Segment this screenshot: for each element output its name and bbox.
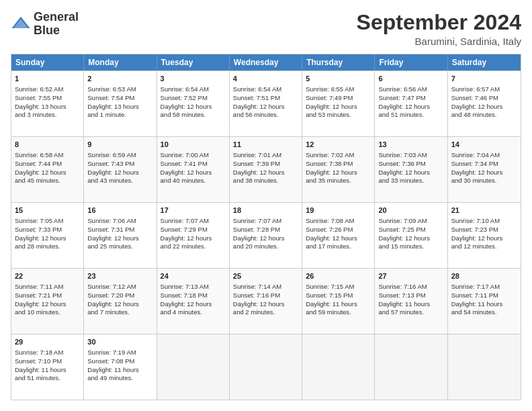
day-info-line: Daylight: 11 hours — [451, 300, 517, 309]
week-row-4: 22Sunrise: 7:11 AMSunset: 7:21 PMDayligh… — [11, 268, 521, 334]
cal-cell: 5Sunrise: 6:55 AMSunset: 7:49 PMDaylight… — [302, 71, 375, 136]
day-info-line: Daylight: 12 hours — [87, 300, 152, 309]
header-friday: Friday — [375, 54, 447, 71]
day-info-line: Sunset: 7:25 PM — [378, 226, 443, 234]
logo-text: General Blue — [34, 11, 79, 38]
week-row-1: 1Sunrise: 6:52 AMSunset: 7:55 PMDaylight… — [11, 71, 521, 136]
day-info-line: and 40 minutes. — [161, 177, 226, 185]
day-info-line: Sunrise: 7:17 AM — [451, 283, 517, 291]
logo-icon — [11, 14, 31, 34]
day-info-line: and 15 minutes. — [378, 242, 443, 251]
day-info-line: Sunrise: 6:52 AM — [15, 85, 80, 94]
header-wednesday: Wednesday — [230, 54, 302, 71]
day-number: 21 — [451, 205, 517, 216]
day-info-line: Sunrise: 6:58 AM — [15, 151, 80, 160]
day-info-line: and 35 minutes. — [306, 177, 371, 185]
day-info-line: and 3 minutes. — [15, 111, 80, 120]
day-number: 8 — [15, 140, 80, 150]
cal-cell: 4Sunrise: 6:54 AMSunset: 7:51 PMDaylight… — [230, 71, 302, 136]
day-info-line: Sunset: 7:31 PM — [87, 226, 152, 234]
day-info-line: Daylight: 12 hours — [15, 300, 80, 309]
day-info-line: Daylight: 12 hours — [378, 103, 443, 111]
day-info-line: Sunset: 7:18 PM — [161, 291, 226, 300]
day-info-line: Sunset: 7:10 PM — [15, 357, 80, 366]
day-info-line: Daylight: 13 hours — [15, 103, 80, 111]
day-info-line: Sunset: 7:33 PM — [15, 226, 80, 234]
day-number: 9 — [87, 140, 152, 150]
day-info-line: Sunrise: 6:53 AM — [87, 85, 152, 94]
day-info-line: Sunset: 7:08 PM — [87, 357, 152, 366]
day-number: 14 — [451, 140, 517, 150]
day-info-line: Sunset: 7:13 PM — [378, 291, 443, 300]
day-number: 29 — [15, 337, 80, 347]
day-info-line: Daylight: 12 hours — [306, 234, 371, 243]
day-info-line: Sunset: 7:41 PM — [161, 160, 226, 169]
day-info-line: and 1 minute. — [87, 111, 152, 120]
day-info-line: Sunset: 7:38 PM — [306, 160, 371, 169]
day-number: 3 — [161, 74, 226, 84]
header-monday: Monday — [84, 54, 157, 71]
day-info-line: Daylight: 12 hours — [378, 234, 443, 243]
day-info-line: Sunrise: 7:05 AM — [15, 217, 80, 226]
day-info-line: Daylight: 12 hours — [233, 169, 298, 177]
cal-cell — [375, 334, 447, 400]
day-info-line: Sunrise: 7:06 AM — [87, 217, 152, 226]
day-info-line: Sunset: 7:49 PM — [306, 94, 371, 103]
header-saturday: Saturday — [448, 54, 521, 71]
day-info-line: Sunset: 7:16 PM — [233, 291, 298, 300]
cal-cell: 19Sunrise: 7:08 AMSunset: 7:26 PMDayligh… — [302, 203, 375, 268]
day-info-line: Sunrise: 7:02 AM — [306, 151, 371, 160]
cal-cell: 11Sunrise: 7:01 AMSunset: 7:39 PMDayligh… — [230, 137, 302, 202]
cal-cell: 25Sunrise: 7:14 AMSunset: 7:16 PMDayligh… — [230, 269, 302, 334]
day-info-line: Sunset: 7:21 PM — [15, 291, 80, 300]
day-info-line: Daylight: 12 hours — [306, 103, 371, 111]
cal-cell: 7Sunrise: 6:57 AMSunset: 7:46 PMDaylight… — [448, 71, 521, 136]
day-info-line: and 2 minutes. — [233, 308, 298, 317]
cal-cell: 30Sunrise: 7:19 AMSunset: 7:08 PMDayligh… — [84, 334, 157, 400]
day-info-line: and 54 minutes. — [451, 308, 517, 317]
cal-cell: 15Sunrise: 7:05 AMSunset: 7:33 PMDayligh… — [11, 203, 84, 268]
header: General Blue September 2024 Barumini, Sa… — [11, 11, 521, 47]
day-info-line: Sunrise: 6:59 AM — [87, 151, 152, 160]
day-info-line: Sunset: 7:51 PM — [233, 94, 298, 103]
day-info-line: and 51 minutes. — [15, 374, 80, 383]
day-info-line: and 22 minutes. — [161, 242, 226, 251]
day-info-line: Sunrise: 7:18 AM — [15, 349, 80, 357]
cal-cell: 13Sunrise: 7:03 AMSunset: 7:36 PMDayligh… — [375, 137, 447, 202]
day-info-line: and 56 minutes. — [233, 111, 298, 120]
day-info-line: and 48 minutes. — [451, 111, 517, 120]
day-number: 23 — [87, 271, 152, 281]
day-info-line: Sunrise: 7:01 AM — [233, 151, 298, 160]
day-info-line: Sunrise: 7:11 AM — [15, 283, 80, 291]
day-number: 18 — [233, 205, 298, 216]
day-info-line: Sunset: 7:34 PM — [451, 160, 517, 169]
day-number: 15 — [15, 205, 80, 216]
week-row-3: 15Sunrise: 7:05 AMSunset: 7:33 PMDayligh… — [11, 202, 521, 268]
day-info-line: and 30 minutes. — [451, 177, 517, 185]
day-info-line: Daylight: 12 hours — [161, 300, 226, 309]
cal-cell: 1Sunrise: 6:52 AMSunset: 7:55 PMDaylight… — [11, 71, 84, 136]
day-info-line: Daylight: 11 hours — [306, 300, 371, 309]
title-block: September 2024 Barumini, Sardinia, Italy — [357, 11, 521, 47]
cal-cell: 2Sunrise: 6:53 AMSunset: 7:54 PMDaylight… — [84, 71, 157, 136]
header-sunday: Sunday — [11, 54, 84, 71]
day-info-line: Sunset: 7:20 PM — [87, 291, 152, 300]
logo-line1: General — [34, 11, 79, 24]
day-number: 7 — [451, 74, 517, 84]
cal-cell: 17Sunrise: 7:07 AMSunset: 7:29 PMDayligh… — [157, 203, 230, 268]
day-number: 16 — [87, 205, 152, 216]
logo-line2: Blue — [34, 24, 79, 38]
day-info-line: and 58 minutes. — [161, 111, 226, 120]
day-info-line: Sunrise: 7:00 AM — [161, 151, 226, 160]
logo: General Blue — [11, 11, 79, 38]
cal-cell — [448, 334, 521, 400]
day-info-line: Daylight: 11 hours — [378, 300, 443, 309]
cal-cell: 8Sunrise: 6:58 AMSunset: 7:44 PMDaylight… — [11, 137, 84, 202]
cal-cell: 26Sunrise: 7:15 AMSunset: 7:15 PMDayligh… — [302, 269, 375, 334]
day-info-line: Sunset: 7:46 PM — [451, 94, 517, 103]
day-info-line: Daylight: 12 hours — [451, 103, 517, 111]
day-number: 17 — [161, 205, 226, 216]
header-thursday: Thursday — [302, 54, 375, 71]
cal-cell: 14Sunrise: 7:04 AMSunset: 7:34 PMDayligh… — [448, 137, 521, 202]
cal-cell: 27Sunrise: 7:16 AMSunset: 7:13 PMDayligh… — [375, 269, 447, 334]
